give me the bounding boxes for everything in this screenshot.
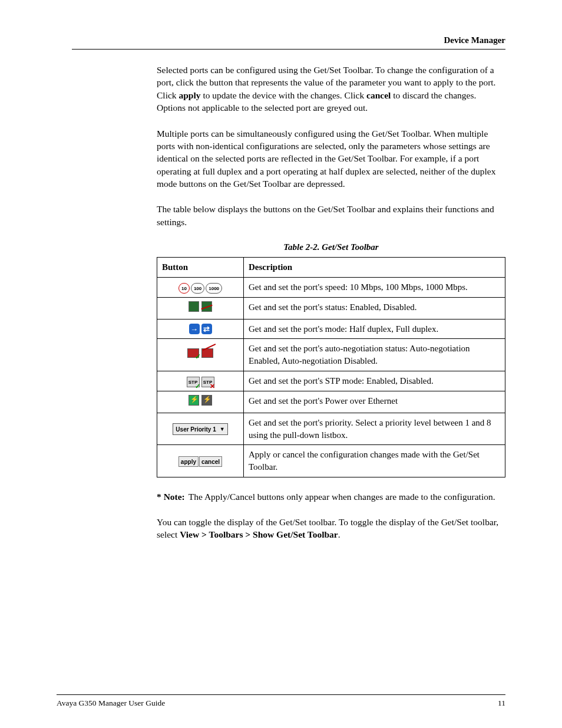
full-duplex-icon: ⇄ [201, 324, 212, 334]
paragraph-4: You can toggle the display of the Get/Se… [157, 516, 505, 541]
th-button: Button [157, 257, 244, 277]
p1-apply: apply [178, 90, 200, 100]
row-desc: Get and set the port's STP mode: Enabled… [244, 371, 505, 391]
row-desc: Get and set the port's mode: Half duplex… [244, 319, 505, 339]
row-desc: Get and set the port's priority. Select … [244, 413, 505, 444]
stp-disabled-icon: STP [201, 377, 214, 387]
page-header-title: Device Manager [72, 35, 505, 45]
poe-off-icon [201, 395, 212, 406]
row-desc: Get and set the port's speed: 10 Mbps, 1… [244, 277, 505, 298]
priority-dropdown-icon: User Priority 1 ▼ [173, 423, 227, 435]
priority-label: User Priority 1 [176, 426, 216, 433]
p1-cancel: cancel [366, 90, 391, 100]
table-row: Get and set the port's Power over Ethern… [157, 391, 505, 413]
table-caption: Table 2-2. Get/Set Toolbar [157, 241, 505, 253]
port-disabled-icon [201, 301, 212, 312]
note-text: The Apply/Cancel buttons only appear whe… [189, 490, 505, 503]
p1-part-b: to update the device with the changes. C… [203, 90, 366, 100]
p4-menu-path: View > Toolbars > Show Get/Set Toolbar [180, 529, 338, 539]
speed-buttons-cell: 10 100 1000 [157, 277, 244, 298]
table-row: → ⇄ Get and set the port's mode: Half du… [157, 319, 505, 339]
note-label: * Note: [157, 490, 185, 503]
th-description: Description [244, 257, 505, 277]
autoneg-enabled-icon [187, 348, 199, 358]
table-row: apply cancel Apply or cancel the configu… [157, 445, 505, 477]
page-footer: Avaya G350 Manager User Guide 11 [57, 694, 505, 708]
autoneg-buttons-cell [157, 339, 244, 371]
table-row: Get and set the port's status: Enabled, … [157, 298, 505, 319]
apply-button-icon: apply [178, 456, 199, 467]
row-desc: Get and set the port's Power over Ethern… [244, 391, 505, 413]
port-enabled-icon [189, 301, 199, 312]
speed-1000-icon: 1000 [206, 283, 222, 294]
half-duplex-icon: → [189, 324, 200, 334]
paragraph-3: The table below displays the buttons on … [157, 203, 505, 228]
footer-page-number: 11 [498, 699, 505, 708]
cancel-button-icon: cancel [199, 456, 222, 467]
apply-cancel-cell: apply cancel [157, 445, 244, 477]
table-row: Get and set the port's auto-negotiation … [157, 339, 505, 371]
row-desc: Get and set the port's auto-negotiation … [244, 339, 505, 371]
footer-rule [57, 694, 505, 695]
paragraph-1: Selected ports can be configured using t… [157, 64, 505, 114]
p4-part-b: . [338, 529, 340, 539]
priority-cell: User Priority 1 ▼ [157, 413, 244, 444]
status-buttons-cell [157, 298, 244, 319]
footer-doc-title: Avaya G350 Manager User Guide [57, 699, 165, 708]
table-row: STP STP Get and set the port's STP mode:… [157, 371, 505, 391]
poe-on-icon [189, 395, 199, 406]
table-row: User Priority 1 ▼ Get and set the port's… [157, 413, 505, 444]
table-row: 10 100 1000 Get and set the port's speed… [157, 277, 505, 298]
autoneg-disabled-icon [201, 348, 213, 358]
row-desc: Apply or cancel the configuration change… [244, 445, 505, 477]
duplex-buttons-cell: → ⇄ [157, 319, 244, 339]
chevron-down-icon: ▼ [220, 426, 225, 432]
speed-100-icon: 100 [191, 283, 204, 294]
stp-enabled-icon: STP [187, 377, 200, 387]
row-desc: Get and set the port's status: Enabled, … [244, 298, 505, 319]
paragraph-2: Multiple ports can be simultaneously con… [157, 127, 505, 190]
note-block: * Note: The Apply/Cancel buttons only ap… [157, 490, 505, 503]
getset-toolbar-table: Button Description 10 100 1000 Get and s… [157, 257, 505, 477]
stp-buttons-cell: STP STP [157, 371, 244, 391]
poe-buttons-cell [157, 391, 244, 413]
speed-10-icon: 10 [178, 283, 190, 294]
header-rule [72, 49, 505, 50]
